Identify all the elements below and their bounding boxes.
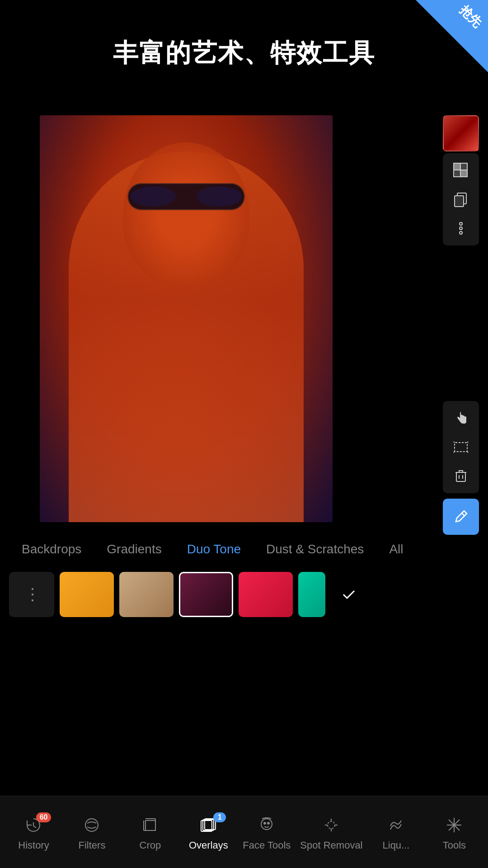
face-tools-label: Face Tools [243, 840, 291, 851]
nav-item-history[interactable]: 60 History [9, 813, 58, 851]
tools-icon [442, 813, 466, 837]
svg-line-11 [467, 442, 468, 443]
pan-hand-icon[interactable] [445, 405, 477, 432]
swatch-dark-red[interactable] [179, 572, 233, 617]
color-swatch-button[interactable] [443, 115, 479, 151]
svg-point-29 [261, 819, 272, 830]
svg-point-20 [85, 819, 98, 831]
bottom-nav: 60 History Filters [0, 796, 488, 868]
eyedropper-button[interactable] [443, 499, 479, 535]
transform-icon[interactable] [445, 434, 477, 461]
nav-item-tools[interactable]: Tools [429, 813, 479, 851]
overlays-label: Overlays [189, 840, 228, 851]
nav-item-overlays[interactable]: 1 Overlays [183, 813, 233, 851]
swatch-hot-pink[interactable] [239, 572, 293, 617]
tools-label: Tools [443, 840, 466, 851]
crop-label: Crop [140, 840, 161, 851]
right-toolbar [443, 115, 479, 535]
svg-rect-14 [456, 472, 465, 481]
crop-icon [138, 813, 162, 837]
nav-item-face-tools[interactable]: Face Tools [242, 813, 291, 851]
svg-point-31 [267, 822, 269, 824]
nav-item-spot-removal[interactable]: Spot Removal [300, 813, 362, 851]
spot-removal-icon [319, 813, 343, 837]
svg-line-10 [454, 442, 455, 443]
more-options-icon[interactable] [445, 215, 477, 242]
svg-rect-1 [460, 163, 467, 170]
svg-point-8 [460, 231, 462, 234]
duplicate-icon[interactable] [445, 186, 477, 213]
nav-item-crop[interactable]: Crop [125, 813, 175, 851]
svg-line-17 [461, 513, 465, 516]
svg-rect-9 [455, 443, 467, 452]
filters-label: Filters [79, 840, 106, 851]
main-image-canvas[interactable] [40, 115, 333, 522]
face-tools-icon [255, 813, 278, 837]
svg-line-19 [33, 826, 36, 828]
nav-item-liquify[interactable]: Liqu... [371, 813, 421, 851]
svg-rect-5 [455, 196, 464, 207]
tab-dust-scratches[interactable]: Dust & Scratches [253, 538, 376, 560]
liquify-label: Liqu... [383, 840, 410, 851]
tab-duo-tone[interactable]: Duo Tone [174, 538, 253, 560]
checkerboard-icon[interactable] [445, 157, 477, 184]
history-label: History [18, 840, 49, 851]
delete-icon[interactable] [445, 462, 477, 490]
swatch-more-button[interactable]: ⋮ [9, 572, 54, 617]
swatches-row: ⋮ [0, 567, 488, 622]
page-title: 丰富的艺术、特效工具 [0, 36, 488, 71]
svg-line-12 [454, 452, 455, 453]
svg-line-13 [467, 452, 468, 453]
svg-rect-0 [454, 163, 460, 170]
swatch-tan[interactable] [119, 572, 174, 617]
swatch-teal-partial[interactable] [298, 572, 325, 617]
history-badge: 60 [36, 812, 52, 822]
svg-point-30 [264, 822, 266, 824]
liquify-icon [384, 813, 408, 837]
tab-all[interactable]: All [376, 538, 416, 560]
svg-rect-2 [454, 170, 460, 177]
toolbar-bottom-group [443, 401, 479, 493]
overlays-badge: 1 [213, 812, 226, 822]
svg-rect-3 [460, 170, 467, 177]
svg-point-32 [328, 821, 335, 829]
category-tabs: Backdrops Gradients Duo Tone Dust & Scra… [0, 536, 488, 563]
svg-rect-25 [145, 821, 155, 830]
svg-point-6 [460, 222, 462, 225]
svg-point-7 [460, 227, 462, 230]
swatch-confirm-button[interactable] [331, 572, 367, 617]
spot-removal-label: Spot Removal [300, 840, 362, 851]
tab-gradients[interactable]: Gradients [94, 538, 174, 560]
tab-backdrops[interactable]: Backdrops [9, 538, 94, 560]
nav-item-filters[interactable]: Filters [67, 813, 117, 851]
toolbar-top-group [443, 153, 479, 245]
filters-icon [80, 813, 103, 837]
more-dots: ⋮ [24, 585, 39, 604]
swatch-orange[interactable] [60, 572, 114, 617]
